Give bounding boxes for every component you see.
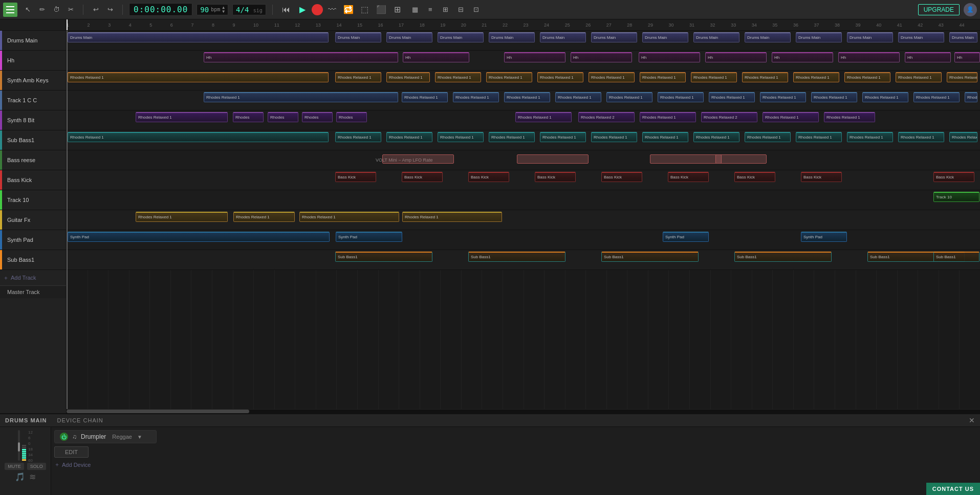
clip-keys-6[interactable]: Rhodes Relaxed 1: [537, 72, 583, 82]
extra-transport-button[interactable]: ⊞: [390, 3, 405, 17]
clip-hh-2[interactable]: Hh: [403, 52, 469, 62]
clip-hh-4[interactable]: Hh: [571, 52, 632, 62]
clip-drums-main-2[interactable]: Drums Main: [335, 32, 381, 42]
loop-button[interactable]: 🔁: [341, 3, 356, 17]
track-item-synth-pad[interactable]: Synth Pad: [0, 230, 66, 250]
clip-hh-3[interactable]: Hh: [504, 52, 565, 62]
clip-keys-8[interactable]: Rhodes Relaxed 1: [640, 72, 686, 82]
wave-button[interactable]: 〰: [325, 3, 339, 17]
clip-cc-12[interactable]: Rhodes Relaxed 1: [913, 92, 960, 102]
clip-cc-10[interactable]: Rhodes Relaxed 1: [811, 92, 857, 102]
clip-synth8bit-8[interactable]: Rhodes Relaxed 1: [640, 112, 696, 122]
mark-in-button[interactable]: ⬚: [358, 3, 372, 17]
track-item-guitar-fx[interactable]: Guitar Fx: [0, 210, 66, 230]
clip-keys-13[interactable]: Rhodes Relaxed 1: [896, 72, 942, 82]
clip-drums-main-9[interactable]: Drums Main: [693, 32, 739, 42]
draw-tool-button[interactable]: ✏: [36, 4, 48, 16]
track-item-synth-8-bit[interactable]: Synth 8 Bit: [0, 110, 66, 130]
clip-synthpad-1[interactable]: Synth Pad: [68, 232, 330, 242]
clip-cc-1[interactable]: Rhodes Relaxed 1: [204, 92, 398, 102]
clip-sub-top-13[interactable]: Rhodes Relaxed 1: [898, 132, 944, 142]
track-item-bass-reese[interactable]: Bass reese: [0, 150, 66, 170]
clip-hh-1[interactable]: Hh: [204, 52, 398, 62]
clip-keys-11[interactable]: Rhodes Relaxed 1: [793, 72, 839, 82]
clip-synth8bit-4[interactable]: Rhodes: [302, 112, 333, 122]
clip-cc-11[interactable]: Rhodes Relaxed 1: [862, 92, 908, 102]
clip-drums-main-14[interactable]: Drums Main: [949, 32, 977, 42]
edit-device-button[interactable]: EDIT: [54, 446, 89, 458]
clip-cc-4[interactable]: Rhodes Relaxed 1: [504, 92, 550, 102]
bottom-panel-close-button[interactable]: ✕: [969, 416, 975, 424]
clip-keys-12[interactable]: Rhodes Relaxed 1: [844, 72, 890, 82]
clip-sub-top-10[interactable]: Rhodes Relaxed 1: [745, 132, 791, 142]
bpm-arrows[interactable]: ▲▼: [222, 6, 225, 14]
clip-track10-1[interactable]: Track 10: [933, 192, 979, 202]
play-button[interactable]: ▶: [295, 3, 310, 17]
clip-drums-main-12[interactable]: Drums Main: [847, 32, 893, 42]
device-power-button[interactable]: [60, 433, 68, 441]
automation-node-1[interactable]: [382, 154, 454, 164]
clip-sub-top-1[interactable]: Rhodes Relaxed 1: [68, 132, 329, 142]
clip-basskick-2[interactable]: Bass Kick: [402, 172, 443, 182]
record-button[interactable]: [312, 4, 323, 15]
clip-sub-top-11[interactable]: Rhodes Relaxed 1: [796, 132, 842, 142]
clip-sub-top-6[interactable]: Rhodes Relaxed 1: [540, 132, 586, 142]
clip-keys-1[interactable]: Rhodes Relaxed 1: [68, 72, 329, 82]
clip-sub-bot-1[interactable]: Sub Bass1: [335, 252, 432, 262]
clip-sub-top-4[interactable]: Rhodes Relaxed 1: [438, 132, 484, 142]
clip-sub-bot-6[interactable]: Sub Bass1: [933, 252, 979, 262]
track-item-sub-bass1-bottom[interactable]: Sub Bass1: [0, 250, 66, 270]
clip-hh-9[interactable]: Hh: [905, 52, 951, 62]
clip-basskick-1[interactable]: Bass Kick: [335, 172, 376, 182]
redo-button[interactable]: ↪: [104, 4, 116, 16]
contact-us-button[interactable]: CONTACT US: [926, 483, 980, 495]
track-item-sub-bass1-top[interactable]: Sub Bass1: [0, 130, 66, 150]
clip-keys-9[interactable]: Rhodes Relaxed 1: [691, 72, 737, 82]
clip-sub-top-2[interactable]: Rhodes Relaxed 1: [335, 132, 381, 142]
track-item-bass-kick[interactable]: Bass Kick: [0, 170, 66, 190]
view-btn-2[interactable]: ≡: [424, 4, 437, 16]
clip-cc-6[interactable]: Rhodes Relaxed 1: [606, 92, 652, 102]
clip-cc-3[interactable]: Rhodes Relaxed 1: [453, 92, 499, 102]
solo-button[interactable]: SOLO: [27, 463, 46, 470]
clip-synth8bit-5[interactable]: Rhodes: [336, 112, 367, 122]
track-item-hh[interactable]: Hh: [0, 51, 66, 71]
clip-sub-top-3[interactable]: Rhodes Relaxed 1: [386, 132, 432, 142]
view-btn-1[interactable]: ▦: [409, 4, 421, 16]
view-btn-4[interactable]: ⊟: [455, 4, 467, 16]
clip-keys-4[interactable]: Rhodes Relaxed 1: [435, 72, 481, 82]
clip-drums-main-4[interactable]: Drums Main: [438, 32, 484, 42]
clip-basskick-4[interactable]: Bass Kick: [535, 172, 576, 182]
clip-guitarfx-1[interactable]: Rhodes Relaxed 1: [136, 212, 228, 222]
clip-cc-5[interactable]: Rhodes Relaxed 1: [555, 92, 601, 102]
clip-drums-main-6[interactable]: Drums Main: [540, 32, 586, 42]
clip-synth8bit-9[interactable]: Rhodes Relaxed 2: [701, 112, 757, 122]
clip-cc-8[interactable]: Rhodes Relaxed 1: [709, 92, 755, 102]
add-track-button[interactable]: ＋ Add Track: [0, 270, 66, 285]
timeline-scrollbar-thumb[interactable]: [67, 410, 249, 413]
clip-basskick-9[interactable]: Bass Kick: [933, 172, 974, 182]
clip-drums-main-13[interactable]: Drums Main: [898, 32, 944, 42]
track-item-track-10[interactable]: Track 10: [0, 190, 66, 210]
automation-node-3[interactable]: [650, 154, 722, 164]
clip-sub-bot-2[interactable]: Sub Bass1: [468, 252, 565, 262]
clip-basskick-7[interactable]: Bass Kick: [734, 172, 775, 182]
clip-hh-8[interactable]: Hh: [838, 52, 900, 62]
clip-sub-top-12[interactable]: Rhodes Relaxed 1: [847, 132, 893, 142]
track-item-track-1-cc[interactable]: Track 1 C C: [0, 91, 66, 110]
automation-node-2[interactable]: [517, 154, 589, 164]
clip-drums-main-1[interactable]: Drums Main: [68, 32, 329, 42]
clip-cc-7[interactable]: Rhodes Relaxed 1: [658, 92, 704, 102]
menu-button[interactable]: [3, 3, 17, 17]
clip-keys-14[interactable]: Rhodes Relaxed 1: [947, 72, 977, 82]
clip-guitarfx-3[interactable]: Rhodes Relaxed 1: [299, 212, 399, 222]
clip-synth8bit-2[interactable]: Rhodes: [233, 112, 264, 122]
view-btn-3[interactable]: ⊞: [440, 4, 452, 16]
clip-drums-main-5[interactable]: Drums Main: [489, 32, 535, 42]
select-tool-button[interactable]: ↖: [21, 4, 34, 16]
add-device-button[interactable]: ＋ Add Device: [54, 461, 977, 468]
midi-icon[interactable]: 🎵: [15, 472, 25, 482]
clip-sub-bot-3[interactable]: Sub Bass1: [601, 252, 699, 262]
view-btn-5[interactable]: ⊡: [470, 4, 483, 16]
clip-keys-2[interactable]: Rhodes Relaxed 1: [335, 72, 381, 82]
